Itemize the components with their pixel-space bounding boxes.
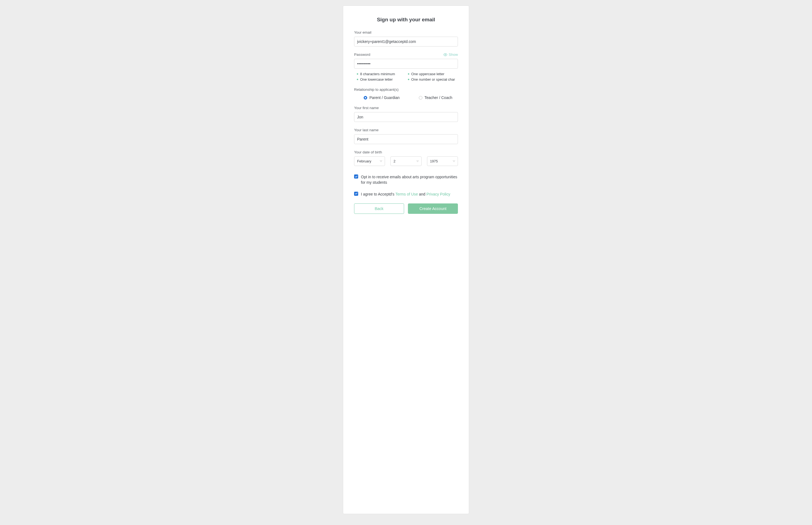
create-account-button[interactable]: Create Account xyxy=(408,204,458,214)
terms-link[interactable]: Terms of Use xyxy=(395,192,418,196)
email-label: Your email xyxy=(354,30,458,34)
check-dot-icon xyxy=(408,79,409,80)
password-label-row: Password Show xyxy=(354,52,458,57)
eye-icon xyxy=(443,53,447,57)
last-name-group: Your last name xyxy=(354,128,458,144)
agree-label: I agree to Acceptd's Terms of Use and Pr… xyxy=(361,191,450,197)
svg-point-0 xyxy=(445,54,446,55)
rule-uppercase: One uppercase letter xyxy=(408,72,458,76)
button-row: Back Create Account xyxy=(354,204,458,214)
optin-checkbox[interactable] xyxy=(354,175,358,179)
agree-row: I agree to Acceptd's Terms of Use and Pr… xyxy=(354,191,458,197)
rule-min-chars: 8 characters minimum xyxy=(357,72,407,76)
checkmark-icon xyxy=(355,192,358,195)
dob-month-select[interactable]: February xyxy=(354,156,385,166)
radio-unselected-icon xyxy=(419,96,422,100)
relationship-options: Parent / Guardian Teacher / Coach xyxy=(354,95,458,100)
show-password-toggle[interactable]: Show xyxy=(443,52,458,57)
dob-label: Your date of birth xyxy=(354,150,458,154)
relationship-label: Relationship to applicant(s) xyxy=(354,88,458,92)
check-dot-icon xyxy=(357,79,358,80)
radio-selected-icon xyxy=(364,96,367,100)
page-title: Sign up with your email xyxy=(354,17,458,23)
signup-card: Sign up with your email Your email Passw… xyxy=(343,5,469,514)
password-rules: 8 characters minimum One uppercase lette… xyxy=(354,72,458,81)
check-dot-icon xyxy=(357,73,358,75)
first-name-label: Your first name xyxy=(354,106,458,110)
dob-group: Your date of birth February 2 1975 xyxy=(354,150,458,166)
show-password-label: Show xyxy=(449,52,458,57)
dob-month-wrap: February xyxy=(354,156,385,166)
radio-teacher-coach[interactable]: Teacher / Coach xyxy=(419,95,452,100)
optin-label: Opt in to receive emails about arts prog… xyxy=(361,174,458,185)
back-button[interactable]: Back xyxy=(354,204,404,214)
last-name-label: Your last name xyxy=(354,128,458,132)
last-name-input[interactable] xyxy=(354,134,458,144)
optin-row: Opt in to receive emails about arts prog… xyxy=(354,174,458,185)
password-label: Password xyxy=(354,52,370,57)
dob-day-select[interactable]: 2 xyxy=(390,156,421,166)
relationship-group: Relationship to applicant(s) Parent / Gu… xyxy=(354,88,458,100)
radio-teacher-label: Teacher / Coach xyxy=(425,95,452,100)
dob-year-wrap: 1975 xyxy=(427,156,458,166)
dob-selects: February 2 1975 xyxy=(354,156,458,166)
agree-checkbox[interactable] xyxy=(354,192,358,196)
dob-day-wrap: 2 xyxy=(390,156,421,166)
check-dot-icon xyxy=(408,73,409,75)
radio-parent-label: Parent / Guardian xyxy=(370,95,400,100)
email-group: Your email xyxy=(354,30,458,46)
password-group: Password Show 8 characters minimum One u… xyxy=(354,52,458,81)
password-input[interactable] xyxy=(354,59,458,69)
radio-parent-guardian[interactable]: Parent / Guardian xyxy=(364,95,400,100)
rule-number-special: One number or special char xyxy=(408,77,458,81)
first-name-group: Your first name xyxy=(354,106,458,122)
email-input[interactable] xyxy=(354,36,458,46)
dob-year-select[interactable]: 1975 xyxy=(427,156,458,166)
rule-lowercase: One lowercase letter xyxy=(357,77,407,81)
privacy-link[interactable]: Privacy Policy xyxy=(426,192,450,196)
checkmark-icon xyxy=(355,175,358,178)
first-name-input[interactable] xyxy=(354,112,458,122)
